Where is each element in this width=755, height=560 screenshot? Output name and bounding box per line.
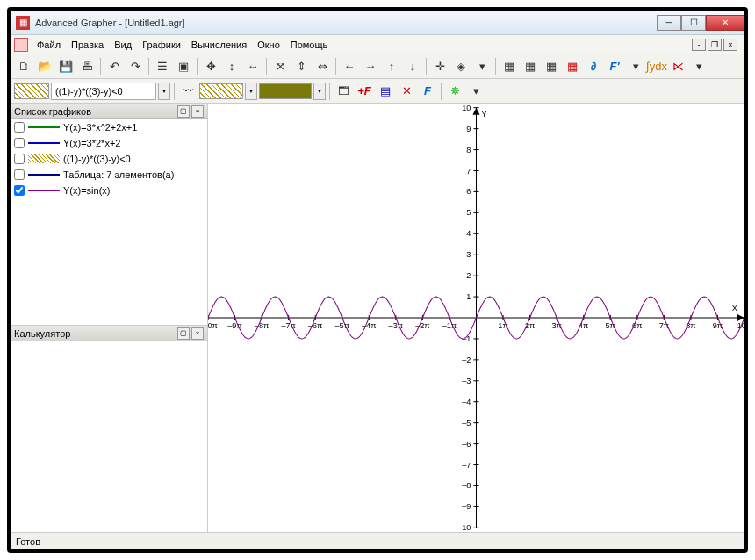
list-item[interactable]: ((1)-y)*((3)-y)<0 [11,151,207,167]
dd2[interactable]: ▾ [626,57,645,76]
graph-checkbox[interactable] [14,185,25,196]
up-button[interactable]: ↕ [222,57,241,76]
list-item[interactable]: Y(x)=3*2*x+2 [11,135,207,151]
lr-button[interactable]: ↔ [243,57,262,76]
status-text: Готов [16,536,40,547]
dropdown-view[interactable]: ▾ [472,57,492,76]
doc-icon [14,38,28,52]
graphs-panel-restore[interactable]: ▢ [177,105,190,118]
extra-dropdown[interactable]: ▾ [466,82,485,101]
mdi-minimize[interactable]: - [692,39,706,51]
menu-edit[interactable]: Правка [66,38,109,52]
props-button[interactable]: 🗔 [334,82,353,101]
zoomv-button[interactable]: ⇕ [291,57,311,76]
graph-checkbox[interactable] [14,169,25,180]
color-dropdown[interactable]: ▾ [313,83,326,100]
svg-text:5: 5 [466,208,471,217]
arrow-down[interactable]: ↓ [403,57,422,76]
graphs-panel-close[interactable]: × [191,105,204,118]
calc-panel-restore[interactable]: ▢ [177,327,190,340]
list-item[interactable]: Таблица: 7 элементов(а) [11,167,207,183]
svg-text:3: 3 [466,250,471,259]
arrow-right[interactable]: → [361,57,380,76]
svg-text:–2: –2 [462,355,471,364]
grid4-button[interactable]: ▦ [563,57,582,76]
calc-panel-header: Калькулятор ▢ × [11,326,207,341]
maximize-button[interactable]: ☐ [681,15,706,31]
svg-text:4: 4 [466,229,471,238]
graph-checkbox[interactable] [14,154,25,164]
minimize-button[interactable]: ─ [657,15,681,31]
grid1-button[interactable]: ▦ [500,57,519,76]
integral-button[interactable]: ∫ydx [647,57,666,76]
svg-text:–10π: –10π [208,321,218,330]
calc-panel-close[interactable]: × [191,327,204,340]
svg-text:1: 1 [466,292,471,301]
target-button[interactable]: ◈ [451,57,471,76]
delete-button[interactable]: ✕ [397,82,416,101]
wave-button[interactable]: 〰 [178,82,198,101]
open-button[interactable]: 📂 [35,57,54,76]
deriv-button[interactable]: F' [605,57,624,76]
tangent-button[interactable]: ⋉ [668,57,687,76]
svg-text:X: X [732,304,737,312]
graph-label: Таблица: 7 элементов(а) [63,169,204,180]
add-func-button[interactable]: +F [355,82,374,101]
graph-checkbox[interactable] [14,122,25,133]
mdi-restore[interactable]: ❐ [708,39,722,51]
graph-checkbox[interactable] [14,138,25,148]
print-button[interactable]: 🖶 [77,57,97,76]
menu-file[interactable]: Файл [32,38,66,52]
dd3[interactable]: ▾ [689,57,708,76]
svg-text:9: 9 [466,125,471,133]
line-style-swatch[interactable] [199,83,243,99]
grid2-button[interactable]: ▦ [521,57,540,76]
svg-text:7: 7 [466,167,471,176]
menu-graphs[interactable]: Графики [137,38,186,52]
color-swatch-icon [28,142,60,144]
func-button[interactable]: F [418,82,437,101]
linestyle-dropdown[interactable]: ▾ [245,83,257,100]
svg-text:Y: Y [482,110,487,118]
new-button[interactable]: 🗋 [14,57,33,76]
grid3-button[interactable]: ▦ [542,57,561,76]
color-swatch[interactable] [259,83,312,99]
svg-text:8: 8 [466,146,471,154]
app-icon: ▦ [16,16,30,30]
main-toolbar: 🗋 📂 💾 🖶 ↶ ↷ ☰ ▣ ✥ ↕ ↔ ⤧ ⇕ ⇔ ← → ↑ ↓ ✛ ◈ … [11,54,744,79]
menu-view[interactable]: Вид [109,38,137,52]
fill-style-swatch[interactable] [14,83,49,99]
redo-button[interactable]: ↷ [126,57,145,76]
svg-text:6: 6 [466,187,471,196]
plot-area[interactable]: XY–10π–9π–8π–7π–6π–5π–4π–3π–2π–1π1π2π3π4… [208,104,744,532]
extra-button[interactable]: ✵ [445,82,464,101]
mdi-close[interactable]: × [723,39,737,51]
arrow-left[interactable]: ← [340,57,359,76]
edit-func-button[interactable]: ▤ [376,82,395,101]
menu-calc[interactable]: Вычисления [186,38,252,52]
menu-help[interactable]: Помощь [285,38,334,52]
formula-input[interactable] [51,83,156,100]
graph-list: Y(x)=3*x^2+2x+1 Y(x)=3*2*x+2 ((1)-y)*((3… [11,119,207,326]
crosshair-button[interactable]: ✛ [430,57,449,76]
svg-text:–7: –7 [462,461,471,470]
close-button[interactable]: ✕ [706,15,744,31]
save-button[interactable]: 💾 [56,57,76,76]
menu-window[interactable]: Окно [252,38,285,52]
svg-text:–6: –6 [462,440,471,449]
formula-toolbar: ▾ 〰 ▾ ▾ 🗔 +F ▤ ✕ F ✵ ▾ [11,79,744,104]
zoomh-button[interactable]: ⇔ [313,57,332,76]
move-button[interactable]: ✥ [201,57,220,76]
svg-text:–3: –3 [462,377,471,385]
list-button[interactable]: ☰ [153,57,172,76]
list-item[interactable]: Y(x)=sin(x) [11,183,207,198]
formula-dropdown[interactable]: ▾ [158,83,170,100]
zoomin-button[interactable]: ⤧ [270,57,290,76]
graph-label: Y(x)=sin(x) [63,185,204,196]
region-button[interactable]: ▣ [174,57,193,76]
undo-button[interactable]: ↶ [104,57,124,76]
arrow-up[interactable]: ↑ [382,57,401,76]
graph-label: Y(x)=3*x^2+2x+1 [63,122,204,133]
trace-button[interactable]: ∂ [584,57,603,76]
list-item[interactable]: Y(x)=3*x^2+2x+1 [11,119,207,135]
